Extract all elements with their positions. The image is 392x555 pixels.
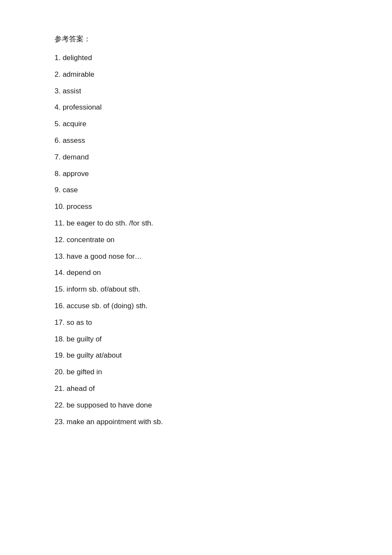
item-text: 11. be eager to do sth. /for sth. — [55, 219, 153, 227]
list-item: 9. case — [55, 184, 337, 196]
item-text: 13. have a good nose for… — [55, 252, 142, 260]
item-text: 1. delighted — [55, 54, 92, 62]
list-item: 6. assess — [55, 134, 337, 147]
list-item: 11. be eager to do sth. /for sth. — [55, 217, 337, 229]
list-item: 10. process — [55, 200, 337, 213]
list-item: 22. be supposed to have done — [55, 399, 337, 411]
list-item: 19. be guilty at/about — [55, 349, 337, 361]
list-item: 1. delighted — [55, 52, 337, 64]
item-text: 17. so as to — [55, 318, 92, 327]
list-item: 16. accuse sb. of (doing) sth. — [55, 300, 337, 312]
list-item: 13. have a good nose for… — [55, 250, 337, 263]
item-text: 2. admirable — [55, 70, 95, 78]
list-item: 21. ahead of — [55, 382, 337, 395]
item-text: 14. depend on — [55, 269, 101, 277]
list-item: 2. admirable — [55, 68, 337, 81]
item-text: 19. be guilty at/about — [55, 351, 122, 359]
item-text: 21. ahead of — [55, 384, 95, 393]
list-item: 12. concentrate on — [55, 234, 337, 246]
item-text: 10. process — [55, 202, 92, 211]
item-text: 12. concentrate on — [55, 236, 115, 244]
item-text: 4. professional — [55, 103, 102, 111]
item-text: 16. accuse sb. of (doing) sth. — [55, 302, 147, 310]
item-text: 3. assist — [55, 87, 81, 95]
item-text: 9. case — [55, 186, 78, 194]
list-item: 15. inform sb. of/about sth. — [55, 283, 337, 295]
header-title: 参考答案： — [55, 35, 91, 43]
item-text: 22. be supposed to have done — [55, 401, 152, 409]
item-text: 20. be gifted in — [55, 368, 102, 376]
list-item: 17. so as to — [55, 316, 337, 329]
list-item: 23. make an appointment with sb. — [55, 416, 337, 428]
item-text: 7. demand — [55, 153, 89, 161]
list-item: 14. depend on — [55, 266, 337, 279]
answer-header: 参考答案： — [55, 34, 337, 44]
answer-list: 1. delighted2. admirable3. assist4. prof… — [55, 52, 337, 428]
item-text: 15. inform sb. of/about sth. — [55, 285, 140, 293]
list-item: 5. acquire — [55, 118, 337, 130]
item-text: 18. be guilty of — [55, 335, 102, 343]
item-text: 6. assess — [55, 136, 85, 145]
item-text: 8. approve — [55, 170, 89, 178]
item-text: 5. acquire — [55, 120, 86, 128]
list-item: 3. assist — [55, 85, 337, 97]
list-item: 18. be guilty of — [55, 333, 337, 345]
list-item: 7. demand — [55, 151, 337, 163]
main-content: 参考答案： 1. delighted2. admirable3. assist4… — [0, 0, 392, 466]
list-item: 4. professional — [55, 101, 337, 113]
item-text: 23. make an appointment with sb. — [55, 418, 163, 426]
list-item: 20. be gifted in — [55, 366, 337, 378]
list-item: 8. approve — [55, 168, 337, 180]
